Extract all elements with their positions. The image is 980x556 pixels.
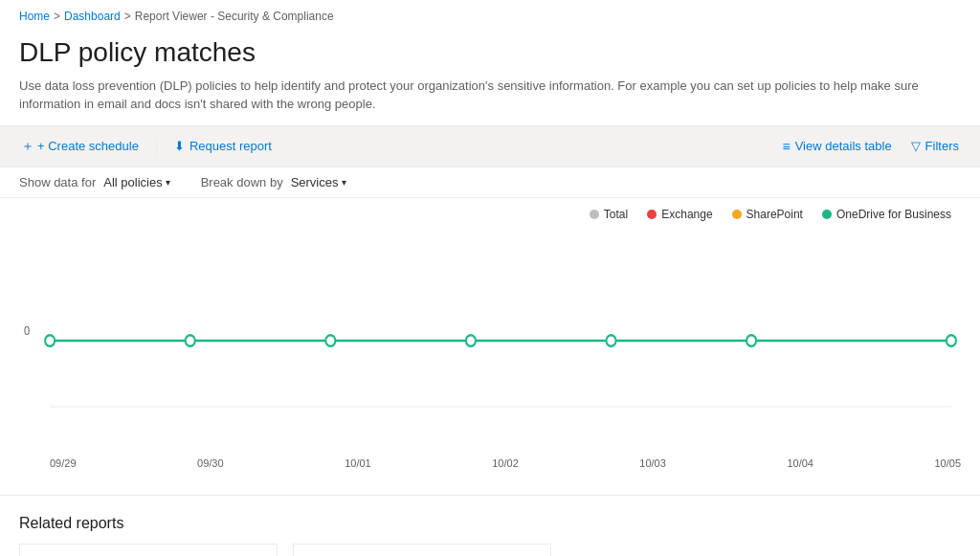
services-value: Services	[291, 175, 339, 189]
related-cards: DLP incidents ··· DLP false positives an…	[19, 544, 961, 556]
related-card-1[interactable]: DLP false positives and ov... ···	[293, 544, 551, 556]
legend-onedrive: OneDrive for Business	[822, 208, 951, 221]
page-header: DLP policy matches Use data loss prevent…	[0, 29, 980, 125]
request-report-label: Request report	[189, 139, 272, 153]
legend-sharepoint: SharePoint	[732, 208, 803, 221]
svg-point-9	[947, 335, 956, 346]
x-label-1005: 10/05	[934, 457, 961, 469]
breadcrumb-home[interactable]: Home	[19, 10, 50, 23]
breadcrumb-sep1: >	[54, 10, 60, 23]
request-report-button[interactable]: ⬇ Request report	[172, 135, 274, 157]
legend-dot-onedrive	[822, 210, 832, 219]
toolbar-divider	[156, 137, 157, 156]
view-details-button[interactable]: ≡ View details table	[781, 135, 894, 158]
svg-point-8	[746, 335, 756, 346]
toolbar-left: ＋ + Create schedule ⬇ Request report	[19, 134, 274, 159]
x-label-1004: 10/04	[787, 457, 813, 469]
filters-label: Filters	[925, 139, 959, 153]
legend-label-exchange: Exchange	[661, 208, 712, 221]
related-title: Related reports	[19, 515, 961, 532]
filters-button[interactable]: ▽ Filters	[909, 135, 961, 157]
svg-point-3	[45, 335, 55, 346]
chart-svg-wrapper: 0 09/29 09/30 10/01 10/02 10/03 10/04 10…	[19, 231, 961, 469]
chevron-down-icon-2: ▾	[342, 177, 346, 188]
all-policies-dropdown[interactable]: All policies ▾	[103, 175, 169, 189]
chart-svg: 0	[19, 231, 961, 451]
legend-total: Total	[590, 208, 628, 221]
filter-icon: ▽	[911, 139, 921, 153]
legend-exchange: Exchange	[647, 208, 712, 221]
filter-bar: Show data for All policies ▾ Break down …	[0, 167, 980, 198]
svg-text:0: 0	[24, 323, 31, 338]
legend-dot-exchange	[647, 210, 657, 219]
chart-container: Total Exchange SharePoint OneDrive for B…	[0, 198, 980, 485]
create-schedule-button[interactable]: ＋ + Create schedule	[19, 134, 141, 159]
x-label-1001: 10/01	[345, 457, 371, 469]
x-label-0929: 09/29	[50, 457, 77, 469]
toolbar: ＋ + Create schedule ⬇ Request report ≡ V…	[0, 125, 980, 167]
x-label-1003: 10/03	[639, 457, 666, 469]
toolbar-right: ≡ View details table ▽ Filters	[781, 135, 962, 158]
related-card-0[interactable]: DLP incidents ···	[19, 544, 278, 556]
breadcrumb-sep2: >	[124, 10, 131, 23]
break-down-by-label: Break down by	[201, 175, 283, 189]
svg-point-4	[186, 335, 195, 346]
legend-label-sharepoint: SharePoint	[746, 208, 803, 221]
x-label-1002: 10/02	[492, 457, 519, 469]
breadcrumb-current: Report Viewer - Security & Compliance	[135, 10, 334, 23]
chevron-down-icon: ▾	[166, 177, 170, 188]
legend-label-total: Total	[604, 208, 628, 221]
related-section: Related reports DLP incidents ···	[0, 495, 980, 556]
page-description: Use data loss prevention (DLP) policies …	[19, 77, 957, 114]
x-label-0930: 09/30	[197, 457, 224, 469]
chart-legend: Total Exchange SharePoint OneDrive for B…	[19, 208, 961, 221]
breadcrumb-dashboard[interactable]: Dashboard	[64, 10, 121, 23]
plus-icon: ＋	[21, 138, 34, 155]
legend-label-onedrive: OneDrive for Business	[836, 208, 951, 221]
show-data-for-label: Show data for	[19, 175, 96, 189]
svg-point-5	[325, 335, 335, 346]
svg-point-7	[606, 335, 615, 346]
view-details-icon: ≡	[783, 139, 791, 154]
x-axis-labels: 09/29 09/30 10/01 10/02 10/03 10/04 10/0…	[19, 454, 961, 469]
legend-dot-sharepoint	[732, 210, 742, 219]
download-icon: ⬇	[174, 139, 185, 153]
page-title: DLP policy matches	[19, 36, 961, 69]
view-details-label: View details table	[795, 139, 892, 153]
create-schedule-label: + Create schedule	[37, 139, 139, 153]
legend-dot-total	[590, 210, 599, 219]
all-policies-value: All policies	[103, 175, 162, 189]
breadcrumb: Home > Dashboard > Report Viewer - Secur…	[0, 0, 980, 29]
services-dropdown[interactable]: Services ▾	[291, 175, 346, 189]
svg-point-6	[466, 335, 476, 346]
